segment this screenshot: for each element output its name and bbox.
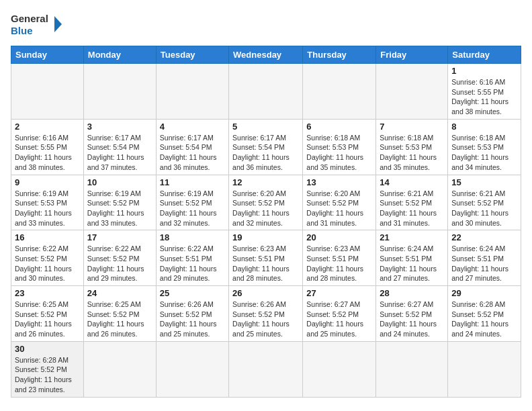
calendar-day-cell: 19Sunrise: 6:23 AM Sunset: 5:51 PM Dayli… <box>229 230 303 286</box>
day-number: 27 <box>306 288 372 298</box>
calendar-day-cell: 25Sunrise: 6:26 AM Sunset: 5:52 PM Dayli… <box>156 286 228 342</box>
logo-svg: GeneralBlue <box>11 11 64 38</box>
day-info: Sunrise: 6:22 AM Sunset: 5:52 PM Dayligh… <box>87 244 152 283</box>
day-number: 12 <box>232 177 299 187</box>
day-info: Sunrise: 6:19 AM Sunset: 5:52 PM Dayligh… <box>87 189 152 228</box>
day-info: Sunrise: 6:26 AM Sunset: 5:52 PM Dayligh… <box>160 300 225 339</box>
day-info: Sunrise: 6:28 AM Sunset: 5:52 PM Dayligh… <box>15 355 80 395</box>
day-info: Sunrise: 6:27 AM Sunset: 5:52 PM Dayligh… <box>380 300 444 339</box>
day-info: Sunrise: 6:24 AM Sunset: 5:51 PM Dayligh… <box>451 244 517 283</box>
calendar-day-cell: 24Sunrise: 6:25 AM Sunset: 5:52 PM Dayli… <box>83 286 156 342</box>
calendar-day-cell <box>156 64 228 120</box>
day-number: 24 <box>87 288 152 298</box>
day-number: 29 <box>451 288 517 298</box>
calendar-day-cell: 11Sunrise: 6:19 AM Sunset: 5:52 PM Dayli… <box>156 175 228 230</box>
calendar-day-cell: 9Sunrise: 6:19 AM Sunset: 5:53 PM Daylig… <box>11 175 84 230</box>
calendar-day-cell <box>229 341 303 397</box>
day-number: 11 <box>160 177 225 187</box>
day-number: 8 <box>451 122 517 132</box>
svg-text:Blue: Blue <box>11 25 33 36</box>
day-info: Sunrise: 6:16 AM Sunset: 5:55 PM Dayligh… <box>451 77 517 117</box>
calendar-table: SundayMondayTuesdayWednesdayThursdayFrid… <box>11 46 521 398</box>
calendar-day-cell: 13Sunrise: 6:20 AM Sunset: 5:52 PM Dayli… <box>303 175 376 230</box>
calendar-day-cell <box>376 64 448 120</box>
svg-marker-2 <box>54 16 62 32</box>
calendar-day-cell <box>229 64 303 120</box>
calendar-day-cell: 6Sunrise: 6:18 AM Sunset: 5:53 PM Daylig… <box>303 119 376 175</box>
calendar-day-cell <box>83 64 156 120</box>
calendar-week-row: 9Sunrise: 6:19 AM Sunset: 5:53 PM Daylig… <box>11 175 521 230</box>
weekday-header-wednesday: Wednesday <box>229 46 303 64</box>
day-number: 20 <box>306 232 372 242</box>
day-number: 9 <box>15 177 80 187</box>
day-info: Sunrise: 6:27 AM Sunset: 5:52 PM Dayligh… <box>306 300 372 339</box>
day-number: 17 <box>87 232 152 242</box>
calendar-day-cell: 14Sunrise: 6:21 AM Sunset: 5:52 PM Dayli… <box>376 175 448 230</box>
calendar-day-cell: 27Sunrise: 6:27 AM Sunset: 5:52 PM Dayli… <box>303 286 376 342</box>
calendar-week-row: 23Sunrise: 6:25 AM Sunset: 5:52 PM Dayli… <box>11 286 521 342</box>
calendar-day-cell: 5Sunrise: 6:17 AM Sunset: 5:54 PM Daylig… <box>229 119 303 175</box>
weekday-header-monday: Monday <box>83 46 156 64</box>
day-info: Sunrise: 6:22 AM Sunset: 5:51 PM Dayligh… <box>160 244 225 283</box>
day-info: Sunrise: 6:26 AM Sunset: 5:52 PM Dayligh… <box>232 300 299 339</box>
day-number: 2 <box>15 122 80 132</box>
calendar-day-cell <box>303 64 376 120</box>
day-number: 10 <box>87 177 152 187</box>
day-info: Sunrise: 6:18 AM Sunset: 5:53 PM Dayligh… <box>380 133 444 173</box>
calendar-day-cell: 28Sunrise: 6:27 AM Sunset: 5:52 PM Dayli… <box>376 286 448 342</box>
day-info: Sunrise: 6:22 AM Sunset: 5:52 PM Dayligh… <box>15 244 80 283</box>
day-info: Sunrise: 6:21 AM Sunset: 5:52 PM Dayligh… <box>380 189 444 228</box>
calendar-week-row: 16Sunrise: 6:22 AM Sunset: 5:52 PM Dayli… <box>11 230 521 286</box>
day-number: 6 <box>306 122 372 132</box>
calendar-day-cell: 16Sunrise: 6:22 AM Sunset: 5:52 PM Dayli… <box>11 230 84 286</box>
calendar-day-cell: 12Sunrise: 6:20 AM Sunset: 5:52 PM Dayli… <box>229 175 303 230</box>
day-number: 28 <box>380 288 444 298</box>
calendar-week-row: 30Sunrise: 6:28 AM Sunset: 5:52 PM Dayli… <box>11 341 521 397</box>
day-number: 30 <box>15 344 80 354</box>
day-number: 3 <box>87 122 152 132</box>
page-header: GeneralBlue <box>11 11 521 38</box>
day-info: Sunrise: 6:20 AM Sunset: 5:52 PM Dayligh… <box>232 189 299 228</box>
day-number: 1 <box>451 66 517 76</box>
day-info: Sunrise: 6:20 AM Sunset: 5:52 PM Dayligh… <box>306 189 372 228</box>
day-number: 15 <box>451 177 517 187</box>
day-info: Sunrise: 6:24 AM Sunset: 5:51 PM Dayligh… <box>380 244 444 283</box>
day-number: 18 <box>160 232 225 242</box>
day-info: Sunrise: 6:18 AM Sunset: 5:53 PM Dayligh… <box>306 133 372 173</box>
day-info: Sunrise: 6:17 AM Sunset: 5:54 PM Dayligh… <box>232 133 299 173</box>
calendar-day-cell <box>156 341 228 397</box>
calendar-day-cell: 18Sunrise: 6:22 AM Sunset: 5:51 PM Dayli… <box>156 230 228 286</box>
calendar-day-cell <box>83 341 156 397</box>
day-number: 26 <box>232 288 299 298</box>
weekday-header-sunday: Sunday <box>11 46 84 64</box>
svg-text:General: General <box>11 13 48 24</box>
day-number: 16 <box>15 232 80 242</box>
calendar-day-cell: 1Sunrise: 6:16 AM Sunset: 5:55 PM Daylig… <box>448 64 521 120</box>
day-number: 14 <box>380 177 444 187</box>
calendar-day-cell: 10Sunrise: 6:19 AM Sunset: 5:52 PM Dayli… <box>83 175 156 230</box>
day-number: 13 <box>306 177 372 187</box>
calendar-day-cell: 20Sunrise: 6:23 AM Sunset: 5:51 PM Dayli… <box>303 230 376 286</box>
logo: GeneralBlue <box>11 11 64 38</box>
day-info: Sunrise: 6:19 AM Sunset: 5:53 PM Dayligh… <box>15 189 80 228</box>
day-info: Sunrise: 6:23 AM Sunset: 5:51 PM Dayligh… <box>232 244 299 283</box>
calendar-day-cell: 22Sunrise: 6:24 AM Sunset: 5:51 PM Dayli… <box>448 230 521 286</box>
day-info: Sunrise: 6:25 AM Sunset: 5:52 PM Dayligh… <box>15 300 80 339</box>
day-number: 23 <box>15 288 80 298</box>
day-number: 21 <box>380 232 444 242</box>
day-number: 19 <box>232 232 299 242</box>
day-info: Sunrise: 6:16 AM Sunset: 5:55 PM Dayligh… <box>15 133 80 173</box>
calendar-day-cell: 7Sunrise: 6:18 AM Sunset: 5:53 PM Daylig… <box>376 119 448 175</box>
calendar-day-cell: 3Sunrise: 6:17 AM Sunset: 5:54 PM Daylig… <box>83 119 156 175</box>
day-info: Sunrise: 6:19 AM Sunset: 5:52 PM Dayligh… <box>160 189 225 228</box>
day-info: Sunrise: 6:18 AM Sunset: 5:53 PM Dayligh… <box>451 133 517 173</box>
calendar-day-cell: 2Sunrise: 6:16 AM Sunset: 5:55 PM Daylig… <box>11 119 84 175</box>
weekday-header-friday: Friday <box>376 46 448 64</box>
calendar-day-cell: 23Sunrise: 6:25 AM Sunset: 5:52 PM Dayli… <box>11 286 84 342</box>
day-info: Sunrise: 6:25 AM Sunset: 5:52 PM Dayligh… <box>87 300 152 339</box>
calendar-day-cell: 30Sunrise: 6:28 AM Sunset: 5:52 PM Dayli… <box>11 341 84 397</box>
calendar-day-cell: 29Sunrise: 6:28 AM Sunset: 5:52 PM Dayli… <box>448 286 521 342</box>
weekday-header-tuesday: Tuesday <box>156 46 228 64</box>
calendar-day-cell: 26Sunrise: 6:26 AM Sunset: 5:52 PM Dayli… <box>229 286 303 342</box>
calendar-day-cell: 21Sunrise: 6:24 AM Sunset: 5:51 PM Dayli… <box>376 230 448 286</box>
